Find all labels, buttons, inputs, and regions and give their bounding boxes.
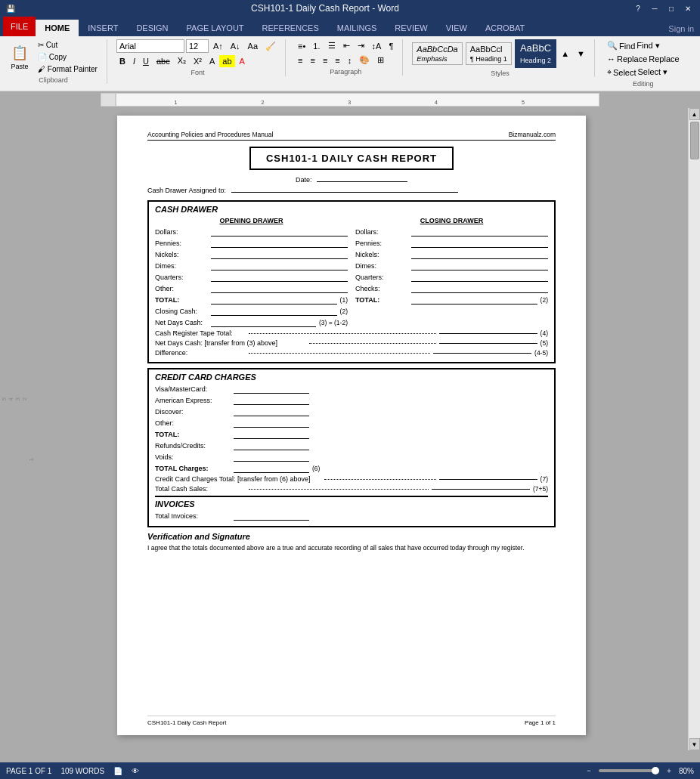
field-discover: Discover: (155, 407, 548, 416)
tab-file[interactable]: FILE (3, 17, 36, 36)
subscript-button[interactable]: X₂ (175, 54, 189, 67)
copy-button[interactable]: 📄 Copy (35, 51, 101, 63)
field-total-invoices: Total Invoices: (155, 512, 548, 521)
font-grow-button[interactable]: A↑ (210, 40, 226, 52)
font-color-button[interactable]: A (237, 55, 248, 67)
multilevel-list-button[interactable]: ☰ (325, 39, 339, 52)
horizontal-ruler: 1 2 3 4 5 (116, 93, 599, 107)
ribbon-group-paragraph: ≡• 1. ☰ ⇤ ⇥ ↕A ¶ ≡ ≡ ≡ ≡ ↕ 🎨 ⊞ Paragraph (295, 39, 403, 76)
paste-button[interactable]: 📋Paste (6, 43, 33, 72)
net-days-transfer-row: Net Days Cash: [transfer from (3) above]… (155, 339, 548, 347)
drawer-assigned-row: Cash Drawer Assigned to: (147, 187, 556, 194)
opening-header: OPENING DRAWER (155, 217, 348, 224)
field-pennies-close: Pennies: (355, 239, 548, 248)
field-quarters-close: Quarters: (355, 273, 548, 282)
close-button[interactable]: ✕ (682, 2, 694, 14)
tab-references[interactable]: REFERENCES (253, 20, 328, 36)
editing-label: Editing (604, 79, 683, 88)
footer-right: Page 1 of 1 (525, 719, 556, 726)
strikethrough-button[interactable]: abc (153, 55, 173, 67)
clear-formatting-button[interactable]: 🧹 (262, 40, 279, 53)
header-right: Bizmanualz.com (509, 131, 556, 138)
sort-button[interactable]: ↕A (369, 40, 385, 52)
field-closing-cash: Closing Cash: (2) (155, 307, 348, 316)
field-dollars-open: Dollars: (155, 227, 348, 236)
credit-card-title: CREDIT CARD CHARGES (155, 372, 548, 382)
date-label: Date: (296, 176, 312, 184)
scroll-down-button[interactable]: ▼ (689, 738, 700, 750)
field-amex: American Express: (155, 396, 548, 405)
header-left: Accounting Policies and Procedures Manua… (147, 131, 273, 138)
find-button[interactable]: 🔍 FindFind ▾ (604, 39, 683, 52)
style-heading1[interactable]: AaBbCcl¶ Heading 1 (466, 42, 512, 65)
tab-page-layout[interactable]: PAGE LAYOUT (178, 20, 253, 36)
text-effects-button[interactable]: A (206, 55, 218, 67)
field-voids: Voids: (155, 453, 548, 462)
superscript-button[interactable]: X² (190, 55, 205, 67)
tab-view[interactable]: VIEW (437, 20, 476, 36)
field-total-close: TOTAL: (2) (355, 295, 548, 304)
tab-design[interactable]: DESIGN (127, 20, 177, 36)
borders-button[interactable]: ⊞ (374, 54, 387, 66)
sign-in-link[interactable]: Sign in (662, 21, 700, 36)
cc-charges-total-row: Credit Card Charges Total: [transfer fro… (155, 475, 548, 483)
vertical-scrollbar[interactable]: ▲ ▼ (688, 108, 700, 750)
ribbon-tabs: FILE HOME INSERT DESIGN PAGE LAYOUT REFE… (0, 17, 700, 36)
increase-indent-button[interactable]: ⇥ (355, 39, 367, 52)
change-case-button[interactable]: Aa (245, 40, 261, 52)
verification-title: Verification and Signature (147, 532, 556, 541)
opening-drawer-col: OPENING DRAWER Dollars: Pennies: Nickels… (155, 217, 348, 329)
align-left-button[interactable]: ≡ (295, 54, 305, 66)
cash-drawer-title: CASH DRAWER (155, 205, 548, 214)
ribbon-group-editing: 🔍 FindFind ▾ ↔ ReplaceReplace ⌖ SelectSe… (604, 39, 689, 88)
document-area: Accounting Policies and Procedures Manua… (15, 108, 688, 750)
bullets-button[interactable]: ≡• (295, 40, 308, 52)
style-emphasis[interactable]: AaBbCcDaEmphasis (412, 42, 462, 65)
bold-button[interactable]: B (116, 55, 129, 67)
italic-button[interactable]: I (130, 55, 138, 67)
style-heading2[interactable]: AaBbCHeading 2 (515, 39, 556, 68)
date-row: Date: (147, 176, 556, 184)
ribbon-group-styles: AaBbCcDaEmphasis AaBbCcl¶ Heading 1 AaBb… (412, 39, 595, 77)
decrease-indent-button[interactable]: ⇤ (340, 39, 353, 52)
font-name-input[interactable] (116, 39, 184, 53)
replace-button[interactable]: ↔ ReplaceReplace (604, 53, 683, 65)
drawer-assigned-label: Cash Drawer Assigned to: (147, 187, 226, 194)
select-button[interactable]: ⌖ SelectSelect ▾ (604, 66, 683, 79)
invoices-section: INVOICES Total Invoices: (155, 496, 548, 521)
field-total-open: TOTAL: (1) (155, 295, 348, 304)
align-center-button[interactable]: ≡ (308, 54, 318, 66)
minimize-button[interactable]: ─ (649, 2, 661, 14)
font-size-input[interactable] (186, 39, 209, 53)
scroll-thumb[interactable] (690, 122, 699, 159)
underline-button[interactable]: U (140, 55, 152, 67)
ribbon-content: 📋Paste ✂ Cut 📄 Copy 🖌 Format Painter Cli… (0, 36, 700, 91)
tab-acrobat[interactable]: ACROBAT (476, 20, 534, 36)
show-formatting-button[interactable]: ¶ (386, 40, 396, 52)
maximize-button[interactable]: □ (665, 2, 677, 14)
shading-button[interactable]: 🎨 (356, 54, 373, 66)
cash-drawer-columns: OPENING DRAWER Dollars: Pennies: Nickels… (155, 217, 548, 329)
closing-drawer-col: CLOSING DRAWER Dollars: Pennies: Nickels… (355, 217, 548, 329)
cash-drawer-section: CASH DRAWER OPENING DRAWER Dollars: Penn… (147, 200, 556, 363)
text-highlight-button[interactable]: ab (219, 55, 234, 67)
align-right-button[interactable]: ≡ (320, 54, 330, 66)
help-icon[interactable]: ? (632, 2, 644, 14)
line-spacing-button[interactable]: ↕ (345, 54, 355, 66)
tab-mailings[interactable]: MAILINGS (328, 20, 386, 36)
tab-home[interactable]: HOME (36, 20, 79, 36)
font-shrink-button[interactable]: A↓ (228, 40, 243, 52)
numbering-button[interactable]: 1. (310, 40, 323, 52)
format-painter-button[interactable]: 🖌 Format Painter (35, 63, 101, 75)
clipboard-label: Clipboard (6, 75, 101, 84)
ruler-area: 1 2 3 4 5 (0, 91, 700, 108)
scroll-up-button[interactable]: ▲ (689, 108, 700, 120)
justify-button[interactable]: ≡ (332, 54, 342, 66)
field-total-charges: TOTAL Charges: (6) (155, 464, 548, 473)
tab-review[interactable]: REVIEW (386, 20, 436, 36)
styles-scroll-up[interactable]: ▲ (558, 48, 572, 60)
styles-more[interactable]: ▼ (574, 48, 588, 60)
tab-insert[interactable]: INSERT (79, 20, 127, 36)
field-other-cc: Other: (155, 419, 548, 428)
cut-button[interactable]: ✂ Cut (35, 39, 101, 51)
